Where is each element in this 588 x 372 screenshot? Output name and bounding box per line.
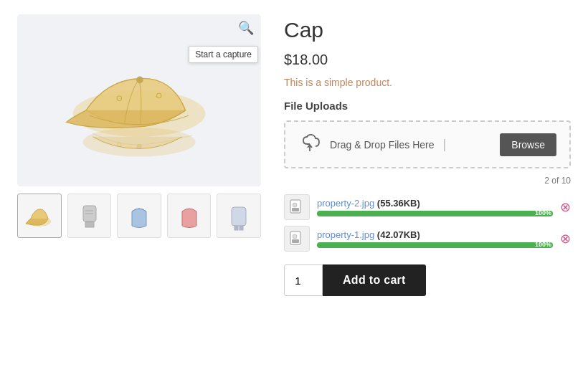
quantity-input[interactable] (284, 264, 323, 296)
file-item-2: property-1.jpg (42.07KB) 100% ⊗ (284, 226, 571, 252)
svg-rect-12 (232, 207, 246, 226)
add-to-cart-row: Add to cart (284, 264, 571, 296)
product-price: $18.00 (284, 52, 571, 68)
thumbnails-row (17, 194, 261, 238)
file-count: 2 of 10 (284, 176, 571, 186)
file-uploads-label: File Uploads (284, 100, 571, 112)
product-description: This is a simple product. (284, 77, 571, 88)
svg-rect-20 (292, 239, 299, 243)
product-title: Cap (284, 17, 571, 43)
main-image: 🔍 Start a capture (17, 14, 261, 186)
thumbnail-5[interactable] (217, 194, 261, 238)
svg-rect-17 (292, 208, 299, 211)
progress-fill-1 (317, 211, 553, 216)
dropzone-text: Drag & Drop Files Here (330, 139, 435, 151)
thumbnail-2[interactable] (67, 194, 112, 238)
svg-point-1 (136, 77, 143, 83)
thumbnail-3[interactable] (117, 194, 161, 238)
cloud-upload-icon (298, 132, 321, 157)
file-thumb-1 (284, 194, 310, 220)
dropzone-separator: | (443, 137, 447, 152)
uploaded-files: property-2.jpg (55.36KB) 100% ⊗ (284, 194, 571, 252)
progress-bar-1: 100% (317, 211, 553, 216)
dropzone[interactable]: Drag & Drop Files Here | Browse (284, 120, 571, 168)
product-info: Cap $18.00 This is a simple product. Fil… (284, 14, 571, 296)
progress-fill-2 (317, 242, 553, 248)
file-name-2: property-1.jpg (42.07KB) (317, 229, 553, 240)
page-wrapper: 🔍 Start a capture (0, 0, 588, 310)
browse-button[interactable]: Browse (500, 133, 556, 156)
svg-rect-9 (85, 221, 94, 227)
file-details-2: property-1.jpg (42.07KB) 100% (317, 229, 553, 248)
thumbnail-4[interactable] (167, 194, 212, 238)
zoom-icon[interactable]: 🔍 (238, 20, 254, 36)
svg-rect-14 (240, 226, 243, 230)
product-gallery: 🔍 Start a capture (17, 14, 261, 296)
file-remove-2[interactable]: ⊗ (560, 232, 571, 245)
thumbnail-1[interactable] (17, 194, 62, 238)
svg-point-21 (293, 234, 297, 239)
progress-label-1: 100% (535, 210, 551, 216)
svg-point-5 (136, 144, 141, 149)
file-name-1: property-2.jpg (55.36KB) (317, 198, 553, 209)
file-thumb-2 (284, 226, 310, 252)
progress-label-2: 100% (535, 242, 551, 247)
progress-bar-2: 100% (317, 242, 553, 248)
svg-rect-13 (234, 226, 238, 230)
dropzone-content: Drag & Drop Files Here | (298, 132, 446, 157)
add-to-cart-button[interactable]: Add to cart (323, 264, 426, 296)
svg-point-18 (293, 203, 297, 207)
capture-tooltip: Start a capture (189, 46, 258, 63)
file-item-1: property-2.jpg (55.36KB) 100% ⊗ (284, 194, 571, 220)
file-details-1: property-2.jpg (55.36KB) 100% (317, 198, 553, 216)
file-remove-1[interactable]: ⊗ (560, 201, 571, 214)
